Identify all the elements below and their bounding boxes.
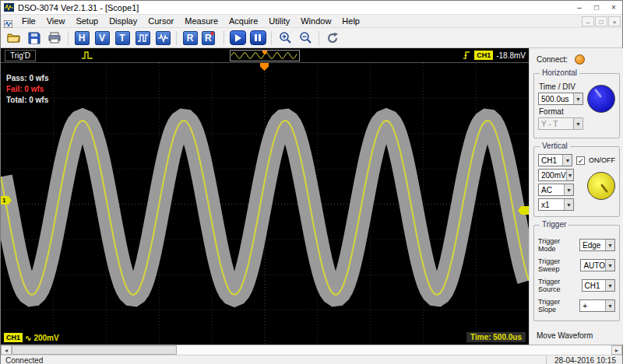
vertical-button[interactable]: V — [93, 30, 111, 47]
minimize-button[interactable]: – — [571, 2, 588, 14]
control-panel: Connect: Horizontal Time / DIV 500.0us ▼… — [529, 48, 623, 345]
scrollbar-thumb[interactable] — [12, 345, 177, 355]
menu-help[interactable]: Help — [336, 15, 365, 27]
trigger-slope-select[interactable]: + ▼ — [579, 299, 615, 312]
ref-button-label: R — [183, 31, 198, 45]
ref-waveform-button[interactable]: R — [181, 30, 199, 47]
trigger-sweep-row: Trigger Sweep AUTO ▼ — [538, 257, 615, 273]
window-title: DSO-3074 Ver2.1.31 - [Scope1] — [18, 3, 139, 12]
dropdown-arrow-icon[interactable]: ▼ — [564, 199, 573, 210]
open-folder-icon — [7, 32, 21, 44]
horizontal-scrollbar[interactable]: ◄ ► — [1, 345, 622, 355]
menu-acquire[interactable]: Acquire — [224, 15, 263, 27]
coupling-value: AC — [541, 186, 552, 194]
trigger-button[interactable]: T — [113, 30, 132, 47]
vertical-knob[interactable] — [587, 172, 615, 200]
channel-select[interactable]: CH1 ▼ — [538, 154, 572, 166]
dropdown-arrow-icon[interactable]: ▼ — [566, 170, 573, 180]
trigger-channel-badge: CH1 — [474, 51, 493, 60]
menu-setup[interactable]: Setup — [70, 15, 104, 27]
menu-window[interactable]: Window — [295, 15, 336, 27]
zoom-out-button[interactable] — [296, 30, 315, 47]
menu-view[interactable]: View — [41, 15, 71, 27]
knob-pointer — [594, 89, 602, 98]
dropdown-arrow-icon[interactable]: ▼ — [573, 93, 583, 104]
refresh-circle-icon — [326, 32, 339, 44]
trigger-source-select[interactable]: CH1 ▼ — [582, 279, 615, 292]
save-button[interactable] — [25, 30, 44, 47]
record-button[interactable]: R — [201, 30, 220, 47]
dropdown-arrow-icon[interactable]: ▼ — [605, 240, 614, 250]
main-area: Trig'D CH1 -18.8mV Pass: 0 wfs — [1, 48, 622, 345]
trigger-status-bar: Trig'D CH1 -18.8mV — [1, 48, 529, 62]
dropdown-arrow-icon[interactable]: ▼ — [562, 155, 572, 166]
child-minimize-button[interactable]: – — [582, 16, 594, 26]
move-waveform-label: Move Waveform — [537, 331, 593, 340]
connection-status: Connected — [5, 356, 43, 364]
connect-row: Connect: — [536, 54, 618, 65]
scroll-left-arrow[interactable]: ◄ — [1, 345, 12, 355]
channel-setup-button[interactable] — [133, 30, 152, 47]
horizontal-group: Horizontal Time / DIV 500.0us ▼ Format Y… — [533, 73, 620, 138]
horizontal-button[interactable]: H — [72, 30, 91, 47]
trigger-sweep-select[interactable]: AUTO ▼ — [580, 259, 615, 271]
format-select[interactable]: Y - T ▼ — [538, 117, 583, 130]
volts-div-value: 200mV — [541, 171, 566, 180]
app-window: DSO-3074 Ver2.1.31 - [Scope1] – □ × File… — [0, 0, 623, 364]
scope-screen[interactable]: Pass: 0 wfs Fail: 0 wfs Total: 0 wfs 1 C… — [1, 62, 529, 345]
total-count: Total: 0 wfs — [6, 95, 48, 106]
menu-utility[interactable]: Utility — [263, 15, 295, 27]
print-button[interactable] — [45, 30, 64, 47]
status-bar: Connected 28-04-2016 10:15 — [1, 355, 622, 364]
menu-file[interactable]: File — [16, 15, 41, 27]
child-close-button[interactable]: × — [608, 16, 621, 26]
square-wave-icon — [136, 31, 150, 45]
trigger-mode-select[interactable]: Edge ▼ — [579, 239, 615, 251]
start-button[interactable] — [228, 30, 247, 47]
trigger-slope-label: Trigger Slope — [538, 298, 579, 313]
vertical-group: Vertical CH1 ▼ ✓ ON/OFF 200mV ▼ — [533, 146, 620, 217]
dropdown-arrow-icon[interactable]: ▼ — [605, 260, 614, 271]
vertical-group-title: Vertical — [540, 142, 570, 150]
trigger-sweep-label: Trigger Sweep — [538, 257, 580, 273]
menu-cursor[interactable]: Cursor — [143, 15, 179, 27]
trigger-mode-value: Edge — [583, 241, 600, 250]
open-button[interactable] — [5, 30, 23, 47]
printer-icon — [48, 32, 61, 44]
play-icon — [230, 30, 246, 45]
connect-indicator-button[interactable] — [575, 54, 585, 65]
dropdown-arrow-icon[interactable]: ▼ — [564, 184, 573, 195]
toolbar-separator — [68, 31, 69, 45]
dropdown-arrow-icon[interactable]: ▼ — [605, 300, 614, 311]
autoset-button[interactable] — [323, 30, 342, 47]
toolbar: H V T R R — [1, 28, 622, 48]
maximize-button[interactable]: □ — [588, 2, 605, 14]
trig-status-label: Trig'D — [5, 50, 36, 61]
title-bar: DSO-3074 Ver2.1.31 - [Scope1] – □ × — [1, 1, 622, 15]
math-wave-icon — [156, 31, 171, 45]
math-button[interactable] — [153, 30, 172, 47]
onoff-label: ON/OFF — [589, 156, 615, 164]
toolbar-separator — [319, 31, 319, 45]
zoom-in-button[interactable] — [276, 30, 294, 47]
trigger-group-title: Trigger — [540, 220, 568, 229]
time-div-select[interactable]: 500.0us ▼ — [538, 93, 583, 105]
scroll-right-arrow[interactable]: ► — [611, 345, 622, 355]
pass-fail-readout: Pass: 0 wfs Fail: 0 wfs Total: 0 wfs — [6, 73, 48, 106]
pause-button[interactable] — [248, 30, 267, 47]
mdi-child-controls: – □ × — [581, 16, 621, 26]
dropdown-arrow-icon[interactable]: ▼ — [605, 280, 614, 291]
coupling-select[interactable]: AC ▼ — [538, 184, 574, 196]
dropdown-arrow-icon[interactable]: ▼ — [573, 118, 583, 129]
waveform-preview[interactable] — [230, 50, 300, 61]
menu-display[interactable]: Display — [104, 15, 143, 27]
volts-div-select[interactable]: 200mV ▼ — [538, 169, 574, 181]
menu-measure[interactable]: Measure — [179, 15, 224, 27]
probe-select[interactable]: x1 ▼ — [538, 198, 574, 211]
child-restore-button[interactable]: □ — [595, 16, 607, 26]
channel-onoff-checkbox[interactable]: ✓ — [576, 156, 585, 165]
floppy-icon — [28, 32, 40, 44]
close-button[interactable]: × — [605, 2, 622, 14]
trigger-sweep-value: AUTO — [583, 261, 605, 270]
horizontal-knob[interactable] — [587, 85, 615, 113]
